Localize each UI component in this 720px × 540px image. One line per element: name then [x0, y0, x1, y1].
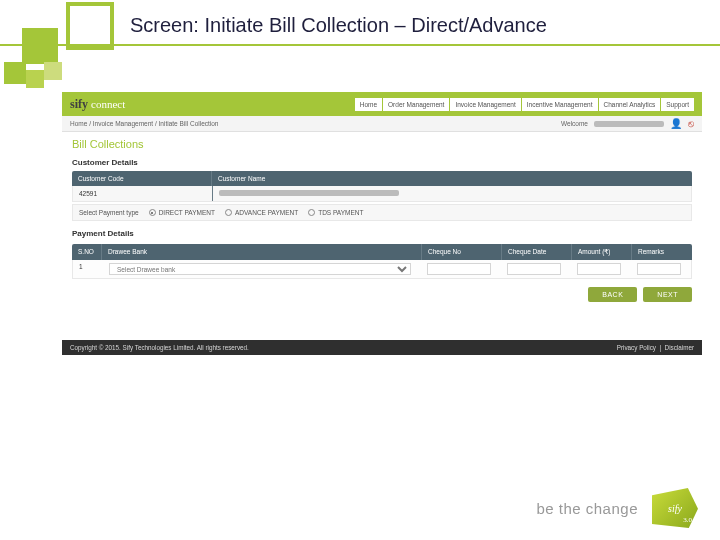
nav-invoice-management[interactable]: Invoice Management [450, 98, 520, 111]
page-title: Bill Collections [62, 132, 702, 154]
nav-support[interactable]: Support [661, 98, 694, 111]
payment-option-advance[interactable]: ADVANCE PAYMENT [225, 209, 298, 216]
customer-name-value [213, 186, 691, 201]
sify-logo-text: sify [668, 503, 682, 514]
logo-main: sify [70, 97, 88, 111]
sify-logo-version: 3.0 [683, 516, 692, 524]
td-sno: 1 [73, 260, 103, 278]
nav-order-management[interactable]: Order Management [383, 98, 449, 111]
logout-icon[interactable]: ⎋ [688, 118, 694, 129]
payment-option-direct[interactable]: DIRECT PAYMENT [149, 209, 215, 216]
button-row: BACK NEXT [62, 279, 702, 310]
drawee-bank-select[interactable]: Select Drawee bank [109, 263, 411, 275]
payment-details-heading: Payment Details [62, 225, 702, 242]
customer-header-row: Customer Code Customer Name [72, 171, 692, 186]
nav-channel-analytics[interactable]: Channel Analytics [599, 98, 661, 111]
title-underline [0, 44, 720, 46]
slide-branding: be the change sify 3.0 [536, 488, 698, 528]
branding-tagline: be the change [536, 500, 638, 517]
nav-home[interactable]: Home [355, 98, 382, 111]
payment-type-row: Select Payment type DIRECT PAYMENT ADVAN… [72, 204, 692, 221]
app-window: sify connect Home Order Management Invoi… [62, 92, 702, 355]
remarks-input[interactable] [637, 263, 681, 275]
user-icon[interactable]: 👤 [670, 118, 682, 129]
deco-square-c [26, 70, 44, 88]
radio-icon [225, 209, 232, 216]
app-logo: sify connect [70, 97, 125, 112]
th-amount: Amount (₹) [572, 244, 632, 260]
footer-bar: Copyright © 2015. Sify Technologies Limi… [62, 340, 702, 355]
deco-square-d [44, 62, 62, 80]
table-row: 1 Select Drawee bank [72, 260, 692, 279]
td-drawee-bank: Select Drawee bank [103, 260, 421, 278]
sify-logo-icon: sify 3.0 [652, 488, 698, 528]
customer-name-redacted [219, 190, 399, 196]
breadcrumb-bar: Home / Invoice Management / Initiate Bil… [62, 116, 702, 132]
footer-disclaimer-link[interactable]: Disclaimer [665, 344, 694, 351]
customer-details-heading: Customer Details [62, 154, 702, 171]
back-button[interactable]: BACK [588, 287, 637, 302]
th-drawee-bank: Drawee Bank [102, 244, 422, 260]
deco-square-b [4, 62, 26, 84]
customer-value-row: 42591 [72, 186, 692, 202]
customer-code-value: 42591 [73, 186, 213, 201]
cheque-no-input[interactable] [427, 263, 491, 275]
nav-incentive-management[interactable]: Incentive Management [522, 98, 598, 111]
td-cheque-no [421, 260, 501, 278]
payment-option-label: ADVANCE PAYMENT [235, 209, 298, 216]
top-nav: Home Order Management Invoice Management… [355, 98, 694, 111]
payment-option-label: TDS PAYMENT [318, 209, 363, 216]
th-sno: S.NO [72, 244, 102, 260]
td-amount [571, 260, 631, 278]
welcome-username-redacted [594, 121, 664, 127]
customer-code-header: Customer Code [72, 171, 212, 186]
payment-type-label: Select Payment type [79, 209, 139, 216]
td-cheque-date [501, 260, 571, 278]
footer-copyright: Copyright © 2015. Sify Technologies Limi… [70, 344, 249, 351]
customer-name-header: Customer Name [212, 171, 692, 186]
th-remarks: Remarks [632, 244, 692, 260]
th-cheque-date: Cheque Date [502, 244, 572, 260]
app-header: sify connect Home Order Management Invoi… [62, 92, 702, 116]
logo-sub: connect [91, 98, 125, 110]
payment-option-tds[interactable]: TDS PAYMENT [308, 209, 363, 216]
amount-input[interactable] [577, 263, 621, 275]
next-button[interactable]: NEXT [643, 287, 692, 302]
welcome-area: Welcome 👤 ⎋ [561, 118, 694, 129]
welcome-label: Welcome [561, 120, 588, 127]
deco-square-outline [66, 2, 114, 50]
radio-icon [149, 209, 156, 216]
payment-table-header: S.NO Drawee Bank Cheque No Cheque Date A… [72, 244, 692, 260]
radio-icon [308, 209, 315, 216]
breadcrumb[interactable]: Home / Invoice Management / Initiate Bil… [70, 120, 219, 127]
payment-option-label: DIRECT PAYMENT [159, 209, 215, 216]
th-cheque-no: Cheque No [422, 244, 502, 260]
deco-square-a [22, 28, 58, 64]
slide-title: Screen: Initiate Bill Collection – Direc… [130, 14, 547, 37]
footer-links: Privacy Policy | Disclaimer [617, 344, 694, 351]
cheque-date-input[interactable] [507, 263, 561, 275]
footer-privacy-link[interactable]: Privacy Policy [617, 344, 656, 351]
td-remarks [631, 260, 691, 278]
